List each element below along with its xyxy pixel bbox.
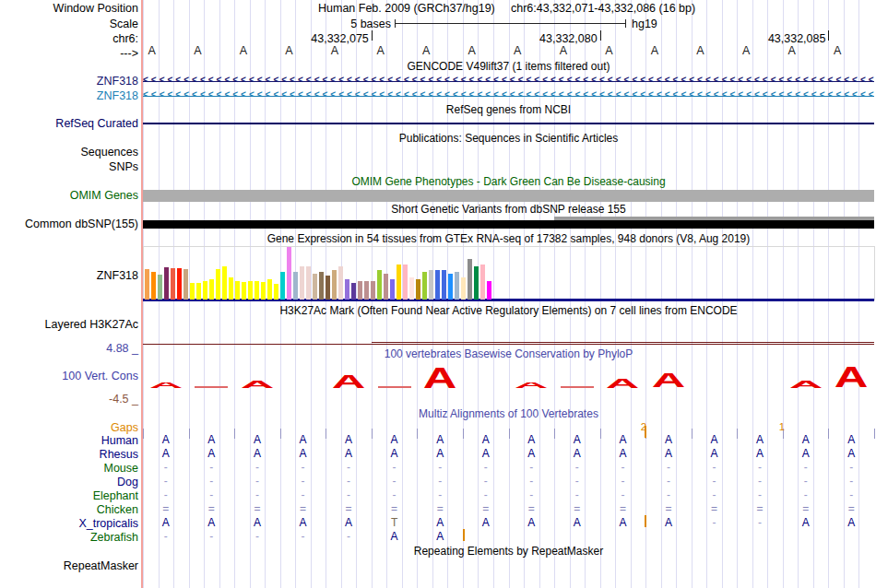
align-cell: -: [335, 489, 362, 501]
align-cell: =: [837, 503, 865, 515]
align-cell: -: [243, 489, 271, 501]
align-cell: -: [792, 462, 820, 474]
align-cell: -: [472, 489, 500, 501]
align-cell: A: [243, 448, 271, 460]
align-cell: A: [609, 434, 636, 446]
omim-genes-label[interactable]: OMIM Genes: [0, 189, 138, 202]
refseq-gene-line[interactable]: [143, 123, 874, 124]
align-cell: A: [517, 434, 545, 446]
snps-label[interactable]: SNPs: [0, 160, 138, 173]
gtex-bar: [209, 279, 214, 300]
gap-boundary-tick: [189, 429, 190, 439]
genome-browser-view[interactable]: Window Position Human Feb. 2009 (GRCh37/…: [0, 0, 876, 588]
align-cell: A: [335, 434, 362, 446]
gtex-bar: [287, 247, 291, 300]
align-cell: A: [746, 448, 774, 460]
gtex-gene-label[interactable]: ZNF318: [0, 269, 138, 282]
align-cell: A: [792, 448, 820, 460]
gap-boundary-tick: [600, 429, 601, 439]
gtex-bar: [468, 259, 472, 300]
dbsnp-black-item[interactable]: [143, 220, 874, 229]
multiz-row-label-dog[interactable]: Dog: [0, 476, 138, 488]
coordinate-label: 43,332,075: [258, 32, 369, 45]
transcript-arrows-2[interactable]: <<<<<<<<<<<<<<<<<<<<<<<<<<<<<<<<<<<<<<<<…: [143, 91, 874, 100]
align-cell: -: [243, 476, 271, 488]
gtex-bar: [364, 281, 369, 300]
align-cell: =: [517, 503, 545, 515]
align-cell: =: [563, 503, 591, 515]
align-cell: A: [152, 517, 180, 529]
gtex-bar: [267, 279, 272, 300]
gtex-bar: [416, 279, 420, 300]
multiz-gaps-label[interactable]: Gaps: [0, 421, 138, 434]
gtex-bar: [390, 279, 395, 300]
gtex-bar: [229, 277, 233, 300]
gtex-bar: [384, 274, 388, 300]
omim-gene-bar[interactable]: [143, 190, 874, 202]
gtex-chart-box[interactable]: [143, 246, 875, 300]
align-cell: A: [837, 448, 865, 460]
transcript-arrowheads-1: <<<<<<<<<<<<<<<<<<<<<<<<<<<<<<<<<<<<<<<<…: [143, 76, 874, 85]
multiz-row-label-mouse[interactable]: Mouse: [0, 462, 138, 475]
align-cell: -: [837, 489, 865, 501]
align-cell: A: [426, 434, 454, 446]
phylop-track-title[interactable]: 100 vertebrates Basewise Conservation by…: [143, 348, 874, 360]
gap-boundary-tick: [874, 429, 875, 439]
align-cell: A: [792, 517, 820, 529]
refseq-curated-label[interactable]: RefSeq Curated: [0, 117, 138, 130]
align-cell: -: [426, 476, 454, 488]
gap-boundary-tick: [509, 429, 510, 439]
align-cell: =: [701, 503, 728, 515]
gap-boundary-tick: [326, 429, 326, 439]
gtex-bar: [332, 270, 337, 300]
dbsnp-track-title[interactable]: Short Genetic Variants from dbSNP releas…: [143, 204, 874, 216]
align-cell: =: [335, 503, 362, 515]
align-cell: -: [609, 462, 636, 474]
h3k27ac-label[interactable]: Layered H3K27Ac: [0, 318, 138, 331]
repeatmasker-track-title[interactable]: Repeating Elements by RepeatMasker: [143, 546, 874, 558]
multiz-row-label-human[interactable]: Human: [0, 434, 138, 447]
align-cell: -: [609, 489, 636, 501]
align-cell: A: [563, 434, 591, 446]
multiz-row-label-zebrafish[interactable]: Zebrafish: [0, 531, 138, 544]
gap-boundary-tick: [280, 429, 281, 439]
refseq-track-title[interactable]: RefSeq genes from NCBI: [143, 104, 874, 116]
publications-sequences-label[interactable]: Sequences: [0, 146, 138, 159]
gtex-bar: [300, 266, 304, 300]
gtex-bar: [345, 279, 349, 300]
multiz-row-label-rhesus[interactable]: Rhesus: [0, 448, 138, 461]
gap-boundary-tick: [554, 429, 555, 439]
publications-track-title[interactable]: Publications: Sequences in Scientific Ar…: [143, 133, 874, 145]
align-cell: =: [472, 503, 500, 515]
gtex-bar: [422, 272, 427, 300]
gtex-bar: [235, 281, 240, 300]
transcript-arrows-1[interactable]: <<<<<<<<<<<<<<<<<<<<<<<<<<<<<<<<<<<<<<<<…: [143, 76, 874, 86]
align-cell: -: [472, 462, 500, 474]
multiz-track-title[interactable]: Multiz Alignments of 100 Vertebrates: [143, 408, 874, 420]
gencode-transcript-label-2[interactable]: ZNF318: [0, 89, 138, 102]
coordinate-label: 43,332,080: [487, 32, 598, 45]
gtex-bar: [306, 266, 311, 300]
gtex-track-title[interactable]: Gene Expression in 54 tissues from GTEx …: [143, 233, 874, 245]
multiz-row-label-xtropicalis[interactable]: X_tropicalis: [0, 517, 138, 530]
dbsnp-label[interactable]: Common dbSNP(155): [0, 218, 138, 230]
gencode-track-title[interactable]: GENCODE V49lift37 (1 items filtered out): [143, 61, 874, 73]
align-cell: -: [289, 476, 316, 488]
align-cell: T: [381, 517, 408, 529]
multiz-row-label-chicken[interactable]: Chicken: [0, 503, 138, 516]
gap-count: 1: [773, 421, 791, 432]
align-cell: -: [746, 489, 774, 501]
gtex-bar: [158, 275, 162, 300]
align-cell: A: [152, 448, 180, 460]
omim-track-title[interactable]: OMIM Gene Phenotypes - Dark Green Can Be…: [143, 176, 874, 188]
align-cell: -: [837, 476, 865, 488]
gtex-bar: [216, 269, 220, 300]
align-cell: A: [609, 448, 636, 460]
phylop-label[interactable]: 100 Vert. Cons: [0, 370, 138, 382]
gencode-transcript-label-1[interactable]: ZNF318: [0, 75, 138, 88]
repeatmasker-label[interactable]: RepeatMasker: [0, 559, 138, 572]
h3k27ac-track-title[interactable]: H3K27Ac Mark (Often Found Near Active Re…: [143, 305, 874, 317]
multiz-row-label-elephant[interactable]: Elephant: [0, 489, 138, 502]
align-cell: =: [746, 503, 774, 515]
base-letter: A: [641, 45, 669, 57]
